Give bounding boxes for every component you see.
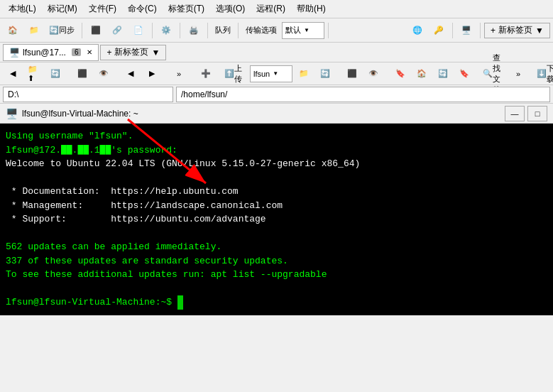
tab-label: lfsun@17... (23, 48, 66, 58)
terminal-line: 337 of these updates are standard securi… (6, 254, 547, 268)
terminal-content[interactable]: Using username "lfsun". lfsun@172.██.██.… (0, 124, 553, 315)
tb-globe-btn[interactable]: 🌐 (407, 21, 427, 40)
tb-more-right[interactable]: » (508, 64, 528, 84)
tb-more-left[interactable]: » (169, 64, 189, 84)
terminal-line: Using username "lfsun". (6, 129, 547, 143)
terminal-line: * Support: https://ubuntu.com/advantage (6, 212, 547, 227)
right-path-text: /home/lfsun/ (181, 89, 227, 99)
newtab-arrow: ▼ (151, 48, 160, 58)
maximize-btn[interactable]: □ (527, 106, 547, 121)
terminal-line: * Documentation: https://help.ubuntu.com (6, 185, 547, 199)
path-label: lfsun (253, 70, 270, 78)
tab-count-badge: 6 (72, 48, 82, 56)
upload-btn[interactable]: ⬆️ 上传 (223, 64, 243, 84)
download-btn[interactable]: ⬇️ 下载 (535, 64, 553, 84)
menu-mark[interactable]: 标记(M) (42, 1, 83, 16)
terminal-line: * Management: https://landscape.canonica… (6, 199, 547, 213)
tb-folder-up-left[interactable]: 📁⬆ (24, 64, 44, 84)
sync-label: 同步 (59, 25, 75, 36)
minimize-btn[interactable]: — (505, 106, 525, 121)
plus-icon: + (106, 48, 111, 58)
upload-label: 上传 (234, 63, 242, 85)
tab-1[interactable]: 🖥️ lfsun@17... 6 ✕ (3, 44, 99, 61)
menubar: 本地(L) 标记(M) 文件(F) 命令(C) 标签页(T) 选项(O) 远程(… (0, 0, 553, 18)
tb-print-btn[interactable]: 🖨️ (184, 21, 204, 40)
path-dropdown[interactable]: lfsun ▼ (250, 65, 292, 82)
menu-help[interactable]: 帮助(H) (291, 1, 332, 16)
find-files-btn[interactable]: 🔍 查找文件 (481, 64, 501, 84)
sync-icon: 🔄 (49, 26, 59, 35)
menu-file[interactable]: 文件(F) (83, 1, 122, 16)
tb-settings-btn[interactable]: ⚙️ (156, 21, 176, 40)
upload-icon: ⬆️ (224, 69, 234, 78)
tb-monitor-btn[interactable]: 🖥️ (456, 21, 476, 40)
dropdown-arrow: ▼ (304, 27, 310, 33)
new-tab-btn[interactable]: + 新标签页 ▼ (100, 45, 166, 60)
terminal-title: lfsun@lfsun-Virtual-Machine: ~ (22, 109, 505, 119)
toolbar1: 🏠 📁 🔄 同步 ⬛ 🔗 📄 ⚙️ 🖨️ 队列 传输选项 默认 ▼ 🌐 🔑 🖥 (0, 18, 553, 43)
separator3 (180, 23, 180, 38)
tb-refresh-left[interactable]: 🔄 (45, 64, 65, 84)
tb-nav-back[interactable]: ◀ (121, 64, 141, 84)
tb-new-btn[interactable]: 📄 (128, 21, 148, 40)
download-label: 下载 (547, 63, 554, 85)
separator4 (207, 23, 208, 38)
pathbar: D:\ /home/lfsun/ (0, 85, 553, 104)
tb-filter-left[interactable]: ⬛ (72, 64, 92, 84)
new-tab-text: 新标签页 (114, 46, 148, 58)
tb-add-left[interactable]: ➕ (196, 64, 216, 84)
tb-bookmark3[interactable]: 🔖 (454, 64, 474, 84)
tb-folder-btn[interactable]: 📁 (24, 21, 44, 40)
terminal-line: To see these additional updates run: apt… (6, 268, 547, 282)
terminal-line: lfsun@172.██.██.1██'s password: (6, 143, 547, 158)
separator2 (152, 23, 153, 38)
terminal-line (6, 171, 547, 185)
new-tab-arrow: ▼ (535, 26, 544, 36)
separator6 (328, 23, 329, 38)
terminal-prompt-line: lfsun@lfsun-Virtual-Machine:~$ (6, 295, 547, 310)
tb-key-btn[interactable]: 🔑 (429, 21, 449, 40)
menu-options[interactable]: 选项(O) (210, 1, 251, 16)
transfer-label: 传输选项 (246, 25, 277, 36)
tb-hidden-left[interactable]: 👁️ (94, 64, 114, 84)
tb-folder-right[interactable]: 📁 (294, 64, 314, 84)
tb-nav-fwd[interactable]: ▶ (142, 64, 162, 84)
terminal-line: Welcome to Ubuntu 22.04 LTS (GNU/Linux 5… (6, 157, 547, 171)
menu-tabs[interactable]: 标签页(T) (163, 1, 210, 16)
terminal-app-icon: 🖥️ (6, 108, 18, 119)
tb-queue-btn[interactable]: 队列 (212, 21, 234, 40)
transfer-dropdown[interactable]: 默认 ▼ (282, 22, 324, 39)
new-tab-icon: + (491, 26, 495, 36)
menu-local[interactable]: 本地(L) (3, 1, 42, 16)
terminal-line: 562 updates can be applied immediately. (6, 240, 547, 254)
tb-bookmark1[interactable]: 🔖 (390, 64, 410, 84)
tb-back-left[interactable]: ◀ (3, 64, 23, 84)
separator8 (480, 23, 481, 38)
new-tab-toolbar-btn[interactable]: + 新标签页 ▼ (484, 23, 550, 38)
tab-close-btn[interactable]: ✕ (87, 48, 92, 56)
toolbar2: ◀ 📁⬆ 🔄 ⬛ 👁️ ◀ ▶ » ➕ ⬆️ 上传 lfsun ▼ 📁 🔄 ⬛ … (0, 62, 553, 85)
find-icon: 🔍 (483, 69, 493, 78)
path-dropdown-arrow: ▼ (273, 70, 278, 77)
tb-refresh-right[interactable]: 🔄 (315, 64, 335, 84)
terminal-line (6, 227, 547, 241)
terminal-titlebar: 🖥️ lfsun@lfsun-Virtual-Machine: ~ — □ (0, 104, 553, 124)
left-path[interactable]: D:\ (3, 87, 173, 102)
separator5 (238, 23, 239, 38)
window-controls: — □ (505, 106, 547, 121)
menu-remote[interactable]: 远程(R) (251, 1, 291, 16)
tb-sftp-btn[interactable]: 🔗 (107, 21, 127, 40)
menu-command[interactable]: 命令(C) (122, 1, 163, 16)
download-icon: ⬇️ (537, 69, 547, 78)
tb-home-btn[interactable]: 🏠 (3, 21, 23, 40)
tab-icon: 🖥️ (9, 48, 20, 58)
tb-sync-btn[interactable]: 🔄 同步 (45, 21, 78, 40)
separator1 (82, 23, 82, 38)
tb-filter-right[interactable]: ⬛ (342, 64, 362, 84)
tb-refresh2[interactable]: 🔄 (433, 64, 453, 84)
tb-hidden-right[interactable]: 👁️ (363, 64, 383, 84)
tb-transfer-btn[interactable]: 传输选项 (242, 21, 280, 40)
tb-terminal-btn[interactable]: ⬛ (86, 21, 106, 40)
right-path[interactable]: /home/lfsun/ (176, 87, 550, 102)
tb-bookmark2[interactable]: 🏠 (412, 64, 432, 84)
